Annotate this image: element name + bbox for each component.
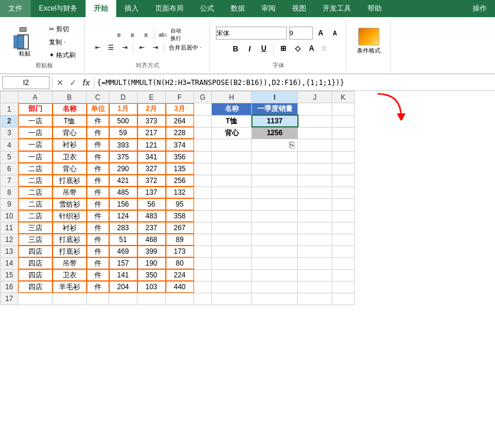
cell-G5[interactable] — [194, 151, 212, 163]
merge-center-button[interactable]: 合并后居中 · — [166, 42, 205, 54]
cell-D6[interactable]: 290 — [109, 163, 137, 175]
row-header-3[interactable]: 3 — [1, 127, 18, 139]
cell-A3[interactable]: 一店 — [18, 127, 53, 139]
cell-E17[interactable] — [137, 293, 166, 305]
cell-I9[interactable] — [252, 198, 298, 210]
cell-C14[interactable]: 件 — [87, 257, 109, 269]
row-header-4[interactable]: 4 — [1, 139, 18, 151]
cell-K7[interactable] — [332, 175, 355, 187]
cell-I14[interactable] — [252, 257, 298, 269]
cell-A8[interactable]: 二店 — [18, 187, 53, 198]
cell-E15[interactable]: 350 — [137, 269, 166, 281]
cell-H13[interactable] — [212, 246, 252, 257]
conditional-format-button[interactable]: 条件格式 — [352, 26, 385, 57]
cell-B16[interactable]: 羊毛衫 — [53, 281, 87, 293]
cell-A4[interactable]: 一店 — [18, 139, 53, 151]
cell-K17[interactable] — [332, 293, 355, 305]
cell-I11[interactable] — [252, 222, 298, 234]
cell-E4[interactable]: 121 — [137, 139, 166, 151]
cell-D15[interactable]: 141 — [109, 269, 137, 281]
cell-A12[interactable]: 三店 — [18, 234, 53, 246]
col-header-J[interactable]: J — [298, 91, 332, 103]
cell-A6[interactable]: 二店 — [18, 163, 53, 175]
cell-B14[interactable]: 吊带 — [53, 257, 87, 269]
cell-C12[interactable]: 件 — [87, 234, 109, 246]
cell-D1[interactable]: 1月 — [109, 103, 137, 116]
cell-F10[interactable]: 358 — [166, 210, 194, 222]
orient-button[interactable]: ab↕ — [156, 29, 169, 41]
row-header-9[interactable]: 9 — [1, 198, 18, 210]
cell-H5[interactable] — [212, 151, 252, 163]
col-header-G[interactable]: G — [194, 91, 212, 103]
italic-button[interactable]: I — [244, 42, 255, 54]
row-header-1[interactable]: 1 — [1, 103, 18, 116]
cell-K13[interactable] — [332, 246, 355, 257]
cell-K4[interactable] — [332, 139, 355, 151]
cell-A15[interactable]: 四店 — [18, 269, 53, 281]
cell-B13[interactable]: 打底衫 — [53, 246, 87, 257]
indent-inc-button[interactable]: ⇥ — [149, 42, 162, 54]
tab-page-layout[interactable]: 页面布局 — [147, 0, 192, 17]
cell-A13[interactable]: 四店 — [18, 246, 53, 257]
cell-D3[interactable]: 59 — [109, 127, 137, 139]
cell-D17[interactable] — [109, 293, 137, 305]
cell-G13[interactable] — [194, 246, 212, 257]
cell-B1[interactable]: 名称 — [53, 103, 87, 116]
tab-excel-finance[interactable]: Excel与财务 — [31, 0, 86, 17]
cell-I3[interactable]: 1256 — [252, 127, 298, 139]
cell-H12[interactable] — [212, 234, 252, 246]
cell-F13[interactable]: 173 — [166, 246, 194, 257]
cell-G15[interactable] — [194, 269, 212, 281]
cell-D12[interactable]: 51 — [109, 234, 137, 246]
cell-G1[interactable] — [194, 103, 212, 116]
font-color-button[interactable]: A — [306, 42, 317, 54]
cell-F3[interactable]: 228 — [166, 127, 194, 139]
cell-D13[interactable]: 469 — [109, 246, 137, 257]
cell-E11[interactable]: 237 — [137, 222, 166, 234]
font-grow-button[interactable]: A — [315, 27, 327, 39]
cell-J7[interactable] — [298, 175, 332, 187]
align-right-button[interactable]: ⇥ — [118, 42, 131, 54]
cell-F4[interactable]: 374 — [166, 139, 194, 151]
cell-J17[interactable] — [298, 293, 332, 305]
col-header-H[interactable]: H — [212, 91, 252, 103]
tab-file[interactable]: 文件 — [0, 0, 31, 17]
cell-J16[interactable] — [298, 281, 332, 293]
tab-operations[interactable]: 操作 — [464, 0, 495, 17]
cell-J13[interactable] — [298, 246, 332, 257]
cell-C13[interactable]: 件 — [87, 246, 109, 257]
cell-G16[interactable] — [194, 281, 212, 293]
cell-E13[interactable]: 399 — [137, 246, 166, 257]
cell-E1[interactable]: 2月 — [137, 103, 166, 116]
cell-B11[interactable]: 衬衫 — [53, 222, 87, 234]
cell-I8[interactable] — [252, 187, 298, 198]
cell-C8[interactable]: 件 — [87, 187, 109, 198]
tab-help[interactable]: 帮助 — [359, 0, 390, 17]
cell-I2[interactable]: 1137 — [252, 115, 298, 127]
cell-G11[interactable] — [194, 222, 212, 234]
col-header-A[interactable]: A — [18, 91, 53, 103]
cell-B3[interactable]: 背心 — [53, 127, 87, 139]
cell-K9[interactable] — [332, 198, 355, 210]
cell-I13[interactable] — [252, 246, 298, 257]
paste-options-icon[interactable]: ⎘ — [289, 140, 295, 151]
cell-G2[interactable] — [194, 115, 212, 127]
cell-E12[interactable]: 468 — [137, 234, 166, 246]
align-top-center-button[interactable]: ≡ — [126, 29, 139, 41]
cell-G10[interactable] — [194, 210, 212, 222]
tab-developer[interactable]: 开发工具 — [314, 0, 359, 17]
cell-H11[interactable] — [212, 222, 252, 234]
col-header-F[interactable]: F — [166, 91, 194, 103]
cell-J2[interactable] — [298, 115, 332, 127]
cell-D2[interactable]: 500 — [109, 115, 137, 127]
cell-J5[interactable] — [298, 151, 332, 163]
bold-button[interactable]: B — [230, 42, 241, 54]
align-top-right-button[interactable]: ≡ — [139, 29, 152, 41]
cell-D5[interactable]: 375 — [109, 151, 137, 163]
cell-F16[interactable]: 440 — [166, 281, 194, 293]
paste-button[interactable]: 粘贴 — [8, 24, 41, 58]
cell-J14[interactable] — [298, 257, 332, 269]
cell-E2[interactable]: 373 — [137, 115, 166, 127]
tab-home[interactable]: 开始 — [86, 0, 116, 17]
cell-E6[interactable]: 327 — [137, 163, 166, 175]
